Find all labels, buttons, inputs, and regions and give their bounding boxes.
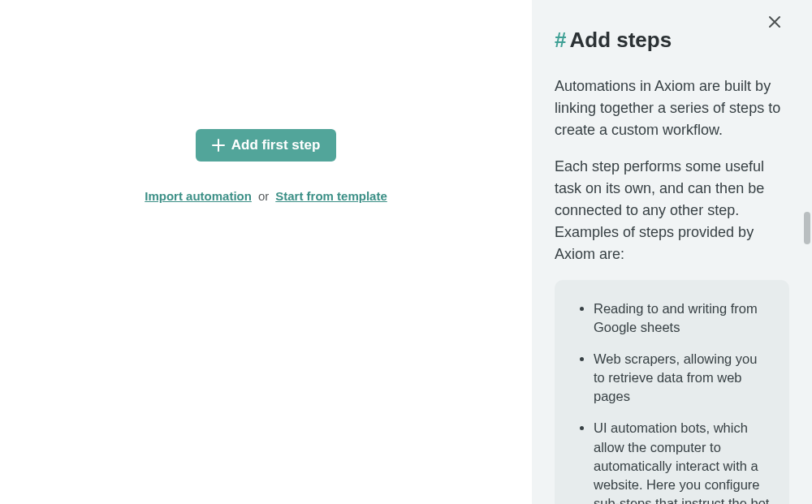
panel-heading: # Add steps [555, 28, 789, 53]
or-text: or [258, 189, 269, 203]
hash-icon: # [555, 28, 566, 53]
scrollbar[interactable] [802, 0, 810, 504]
panel-title: Add steps [569, 28, 672, 53]
add-first-step-button[interactable]: Add first step [196, 129, 337, 162]
secondary-actions: Import automation or Start from template [145, 189, 387, 203]
add-first-step-label: Add first step [231, 137, 321, 153]
close-panel-button[interactable] [765, 13, 784, 32]
list-item: UI automation bots, which allow the comp… [594, 419, 770, 504]
start-from-template-link[interactable]: Start from template [275, 189, 387, 203]
list-item: Reading to and writing from Google sheet… [594, 299, 770, 337]
examples-box: Reading to and writing from Google sheet… [555, 280, 789, 504]
examples-list: Reading to and writing from Google sheet… [577, 299, 770, 504]
main-canvas: Add first step Import automation or Star… [0, 0, 532, 504]
panel-paragraph-2: Each step performs some useful task on i… [555, 156, 789, 265]
import-automation-link[interactable]: Import automation [145, 189, 252, 203]
list-item: Web scrapers, allowing you to retrieve d… [594, 350, 770, 406]
panel-paragraph-1: Automations in Axiom are built by linkin… [555, 75, 789, 141]
help-panel: # Add steps Automations in Axiom are bui… [532, 0, 812, 504]
close-icon [769, 16, 780, 30]
panel-body: Automations in Axiom are built by linkin… [555, 75, 789, 504]
scrollbar-thumb[interactable] [804, 212, 810, 244]
plus-icon [212, 139, 225, 152]
